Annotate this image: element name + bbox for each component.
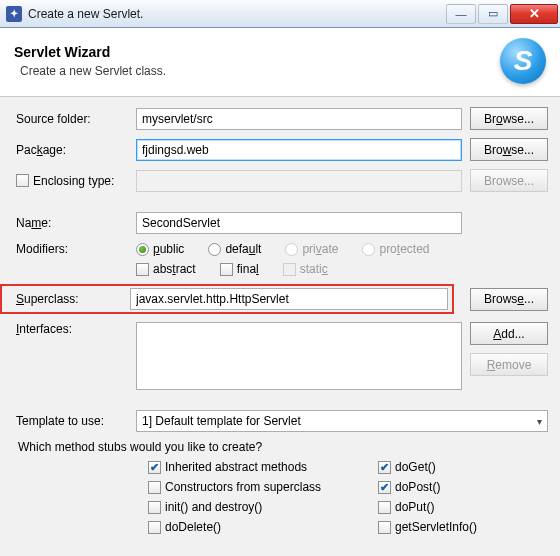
template-selected-value: 1] Default template for Servlet (142, 414, 301, 428)
interfaces-add-button[interactable]: Add... (470, 322, 548, 345)
modifier-final-check[interactable]: final (220, 262, 259, 276)
servlet-badge-icon: S (500, 38, 546, 84)
source-folder-label: Source folder: (16, 112, 128, 126)
chevron-down-icon: ▾ (537, 416, 542, 427)
superclass-input[interactable] (130, 288, 448, 310)
name-label: Name: (16, 216, 128, 230)
method-initdestroy-check[interactable]: init() and destroy() (148, 500, 378, 514)
method-dodelete-check[interactable]: doDelete() (148, 520, 378, 534)
package-input[interactable] (136, 139, 462, 161)
maximize-button[interactable]: ▭ (478, 4, 508, 24)
template-label: Template to use: (16, 414, 128, 428)
superclass-highlight: Superclass: (0, 284, 454, 314)
interfaces-list[interactable] (136, 322, 462, 390)
modifier-public-radio[interactable]: public (136, 242, 184, 256)
minimize-button[interactable]: — (446, 4, 476, 24)
source-folder-input[interactable] (136, 108, 462, 130)
method-doget-check[interactable]: doGet() (378, 460, 558, 474)
modifier-abstract-check[interactable]: abstract (136, 262, 196, 276)
method-getservletinfo-check[interactable]: getServletInfo() (378, 520, 558, 534)
interfaces-remove-button: Remove (470, 353, 548, 376)
source-folder-browse-button[interactable]: Browse... (470, 107, 548, 130)
superclass-browse-button[interactable]: Browse... (470, 288, 548, 311)
modifiers-label: Modifiers: (16, 242, 128, 256)
method-inherited-check[interactable]: Inherited abstract methods (148, 460, 378, 474)
method-dopost-check[interactable]: doPost() (378, 480, 558, 494)
modifier-private-radio: private (285, 242, 338, 256)
method-doput-check[interactable]: doPut() (378, 500, 558, 514)
name-input[interactable] (136, 212, 462, 234)
enclosing-type-input (136, 170, 462, 192)
titlebar: ✦ Create a new Servlet. — ▭ ✕ (0, 0, 560, 28)
modifier-default-radio[interactable]: default (208, 242, 261, 256)
enclosing-type-checkbox[interactable] (16, 174, 29, 187)
method-stubs-question: Which method stubs would you like to cre… (18, 440, 548, 454)
enclosing-type-toggle[interactable]: Enclosing type: (16, 174, 128, 188)
window-controls: — ▭ ✕ (446, 4, 558, 24)
modifier-static-check: static (283, 262, 328, 276)
interfaces-label: Interfaces: (16, 322, 128, 336)
method-stubs-section: Which method stubs would you like to cre… (16, 440, 548, 534)
app-icon: ✦ (6, 6, 22, 22)
template-select[interactable]: 1] Default template for Servlet ▾ (136, 410, 548, 432)
window-title: Create a new Servlet. (28, 7, 446, 21)
modifier-protected-radio: protected (362, 242, 429, 256)
close-button[interactable]: ✕ (510, 4, 558, 24)
package-label: Package: (16, 143, 128, 157)
wizard-content: Source folder: Browse... Package: Browse… (0, 97, 560, 556)
package-browse-button[interactable]: Browse... (470, 138, 548, 161)
wizard-subtitle: Create a new Servlet class. (20, 64, 500, 78)
wizard-banner: Servlet Wizard Create a new Servlet clas… (0, 28, 560, 97)
method-constructors-check[interactable]: Constructors from superclass (148, 480, 378, 494)
enclosing-type-browse-button: Browse... (470, 169, 548, 192)
superclass-label: Superclass: (16, 292, 130, 306)
wizard-heading: Servlet Wizard (14, 44, 500, 60)
